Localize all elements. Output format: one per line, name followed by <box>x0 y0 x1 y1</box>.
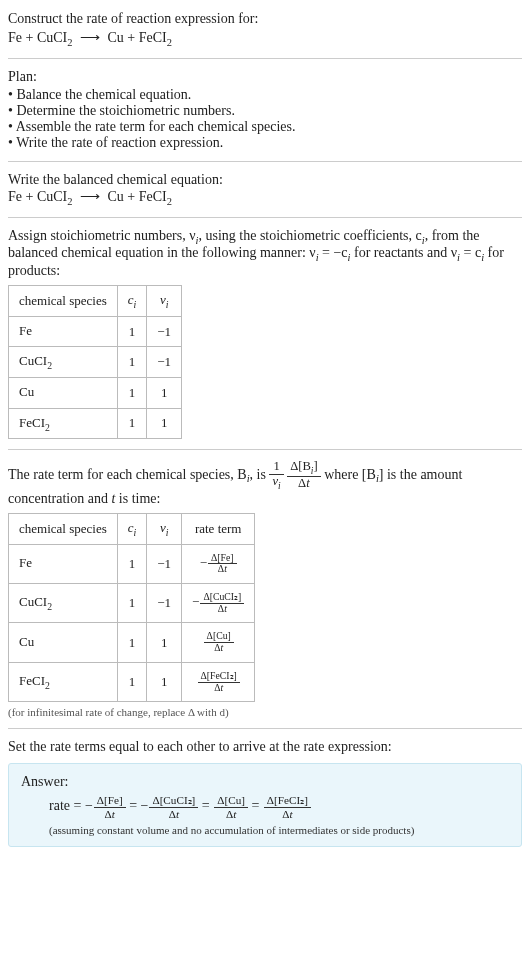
plan-section: Plan: Balance the chemical equation. Det… <box>8 69 522 162</box>
balanced-section: Write the balanced chemical equation: Fe… <box>8 172 522 218</box>
plan-title: Plan: <box>8 69 522 85</box>
table-header-row: chemical species ci νi <box>9 286 182 317</box>
stoich-intro: Assign stoichiometric numbers, νi, using… <box>8 228 522 280</box>
table-row: FeCI2 1 1 Δ[FeCI₂]Δt <box>9 662 255 701</box>
plan-item: Write the rate of reaction expression. <box>8 135 522 151</box>
table-row: FeCI2 1 1 <box>9 408 182 439</box>
plan-list: Balance the chemical equation. Determine… <box>8 87 522 151</box>
table-row: CuCI2 1 −1 <box>9 347 182 378</box>
plan-item: Assemble the rate term for each chemical… <box>8 119 522 135</box>
stoich-section: Assign stoichiometric numbers, νi, using… <box>8 228 522 451</box>
balanced-title: Write the balanced chemical equation: <box>8 172 522 188</box>
answer-box: Answer: rate = −Δ[Fe]Δt = −Δ[CuCI₂]Δt = … <box>8 763 522 847</box>
final-section: Set the rate terms equal to each other t… <box>8 739 522 847</box>
infinitesimal-note: (for infinitesimal rate of change, repla… <box>8 706 522 718</box>
table-row: Cu 1 1 Δ[Cu]Δt <box>9 623 255 662</box>
rateterm-section: The rate term for each chemical species,… <box>8 460 522 729</box>
product-2: FeCI2 <box>139 30 172 45</box>
product-1: Cu <box>108 30 124 45</box>
reactant-1: Fe <box>8 30 22 45</box>
final-title: Set the rate terms equal to each other t… <box>8 739 522 755</box>
balanced-equation: Fe + CuCI2 ⟶ Cu + FeCI2 <box>8 188 522 207</box>
plan-item: Balance the chemical equation. <box>8 87 522 103</box>
table-header-row: chemical species ci νi rate term <box>9 513 255 544</box>
table-row: CuCI2 1 −1 −Δ[CuCI₂]Δt <box>9 583 255 622</box>
col-species: chemical species <box>9 286 118 317</box>
rateterm-table: chemical species ci νi rate term Fe 1 −1… <box>8 513 255 702</box>
arrow-icon: ⟶ <box>80 30 101 45</box>
col-ci: ci <box>117 286 147 317</box>
stoich-table: chemical species ci νi Fe 1 −1 CuCI2 1 −… <box>8 285 182 439</box>
table-row: Fe 1 −1 −Δ[Fe]Δt <box>9 544 255 583</box>
rateterm-intro: The rate term for each chemical species,… <box>8 460 522 507</box>
table-row: Cu 1 1 <box>9 377 182 408</box>
reactant-2: CuCI2 <box>37 30 73 45</box>
table-row: Fe 1 −1 <box>9 316 182 347</box>
rate-expression: rate = −Δ[Fe]Δt = −Δ[CuCI₂]Δt = Δ[Cu]Δt … <box>49 794 509 820</box>
plan-item: Determine the stoichiometric numbers. <box>8 103 522 119</box>
answer-label: Answer: <box>21 774 509 790</box>
prompt-section: Construct the rate of reaction expressio… <box>8 8 522 59</box>
col-nui: νi <box>147 286 182 317</box>
assumption-note: (assuming constant volume and no accumul… <box>49 824 509 836</box>
fraction: 1 νi <box>269 460 283 491</box>
fraction: Δ[Bi] Δt <box>287 460 321 491</box>
prompt-text: Construct the rate of reaction expressio… <box>8 8 522 29</box>
reaction-equation: Fe + CuCI2 ⟶ Cu + FeCI2 <box>8 29 522 48</box>
